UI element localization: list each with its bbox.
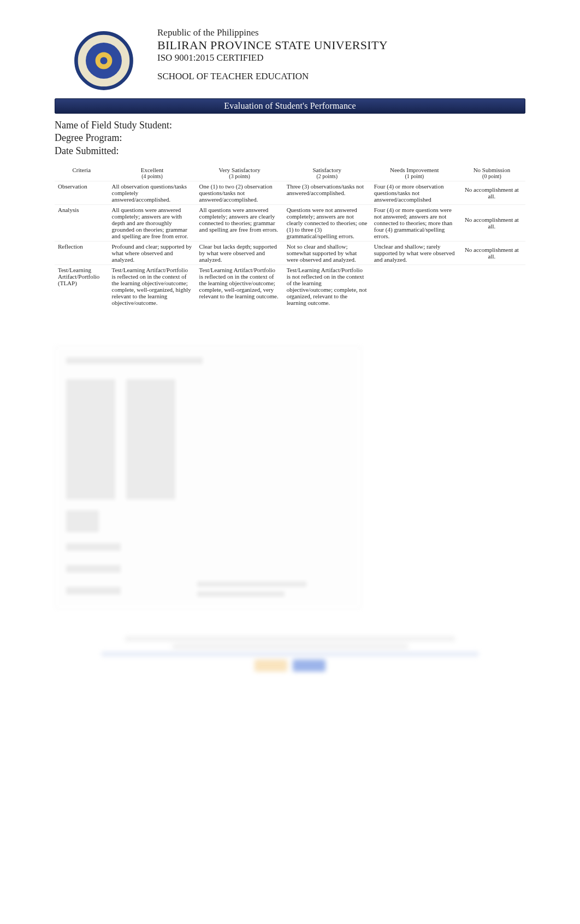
criterion-cell: Observation xyxy=(55,181,109,205)
level-name: Needs Improvement xyxy=(374,167,455,173)
level-header-excellent: Excellent (4 points) xyxy=(109,165,196,181)
section-title-text: Evaluation of Student's Performance xyxy=(224,101,356,111)
criteria-header: Criteria xyxy=(55,165,109,181)
blurred-button xyxy=(255,660,287,672)
rubric-cell-no-submission xyxy=(458,265,525,308)
criterion-cell: Reflection xyxy=(55,242,109,265)
rubric-cell: Clear but lacks depth; supported by what… xyxy=(196,242,283,265)
level-points: (1 point) xyxy=(374,173,455,179)
rubric-cell: Four (4) or more questions were not answ… xyxy=(371,205,458,242)
level-header-satisfactory: Satisfactory (2 points) xyxy=(283,165,371,181)
section-title-bar: Evaluation of Student's Performance xyxy=(55,98,525,114)
blurred-button xyxy=(293,660,325,672)
svg-point-3 xyxy=(100,57,107,64)
seal-icon xyxy=(74,31,134,91)
rubric-table: Criteria Excellent (4 points) Very Satis… xyxy=(55,165,525,308)
level-header-no-submission: No Submission (0 point) xyxy=(458,165,525,181)
rubric-cell: Three (3) observations/tasks not answere… xyxy=(283,181,371,205)
level-name: Satisfactory xyxy=(287,167,368,173)
rubric-cell: Test/Learning Artifact/Portfolio is refl… xyxy=(196,265,283,308)
rubric-cell: Four (4) or more observation questions/t… xyxy=(371,181,458,205)
rubric-cell-no-submission: No accomplishment at all. xyxy=(458,205,525,242)
header-university-name: BILIRAN PROVINCE STATE UNIVERSITY xyxy=(157,38,388,52)
level-name: Very Satisfactory xyxy=(199,167,280,173)
header-school-line: SCHOOL OF TEACHER EDUCATION xyxy=(157,71,388,82)
level-header-needs-improvement: Needs Improvement (1 point) xyxy=(371,165,458,181)
university-logo xyxy=(55,27,153,91)
rubric-cell-no-submission: No accomplishment at all. xyxy=(458,242,525,265)
header-iso-line: ISO 9001:2015 CERTIFIED xyxy=(157,52,388,63)
criterion-cell: Test/Learning Artifact/Portfolio (TLAP) xyxy=(55,265,109,308)
rubric-row-tlap: Test/Learning Artifact/Portfolio (TLAP) … xyxy=(55,265,525,308)
student-meta-block: Name of Field Study Student: Degree Prog… xyxy=(55,119,525,157)
rubric-row-observation: Observation All observation questions/ta… xyxy=(55,181,525,205)
rubric-cell: Test/Learning Artifact/Portfolio is refl… xyxy=(109,265,196,308)
level-name: No Submission xyxy=(461,167,522,173)
degree-program-label: Degree Program: xyxy=(55,132,525,144)
rubric-cell: Not so clear and shallow; somewhat suppo… xyxy=(283,242,371,265)
level-name: Excellent xyxy=(112,167,193,173)
rubric-cell: Profound and clear; supported by what wh… xyxy=(109,242,196,265)
document-header: Republic of the Philippines BILIRAN PROV… xyxy=(55,27,525,91)
blurred-footer xyxy=(55,637,525,702)
level-points: (3 points) xyxy=(199,173,280,179)
rubric-cell-no-submission: No accomplishment at all. xyxy=(458,181,525,205)
rubric-cell: One (1) to two (2) observation questions… xyxy=(196,181,283,205)
rubric-cell: All observation questions/tasks complete… xyxy=(109,181,196,205)
date-submitted-label: Date Submitted: xyxy=(55,145,525,157)
student-name-label: Name of Field Study Student: xyxy=(55,119,525,132)
level-points: (2 points) xyxy=(287,173,368,179)
level-header-very-satisfactory: Very Satisfactory (3 points) xyxy=(196,165,283,181)
blurred-content-panel xyxy=(55,346,362,609)
rubric-row-reflection: Reflection Profound and clear; supported… xyxy=(55,242,525,265)
rubric-cell: Unclear and shallow; rarely supported by… xyxy=(371,242,458,265)
rubric-cell: All questions were answered completely; … xyxy=(109,205,196,242)
criterion-cell: Analysis xyxy=(55,205,109,242)
rubric-cell: All questions were answered completely; … xyxy=(196,205,283,242)
level-points: (4 points) xyxy=(112,173,193,179)
rubric-cell xyxy=(371,265,458,308)
rubric-cell: Questions were not answered completely; … xyxy=(283,205,371,242)
rubric-header-row: Criteria Excellent (4 points) Very Satis… xyxy=(55,165,525,181)
rubric-row-analysis: Analysis All questions were answered com… xyxy=(55,205,525,242)
header-republic-line: Republic of the Philippines xyxy=(157,27,388,38)
rubric-cell: Test/Learning Artifact/Portfolio is not … xyxy=(283,265,371,308)
level-points: (0 point) xyxy=(461,173,522,179)
